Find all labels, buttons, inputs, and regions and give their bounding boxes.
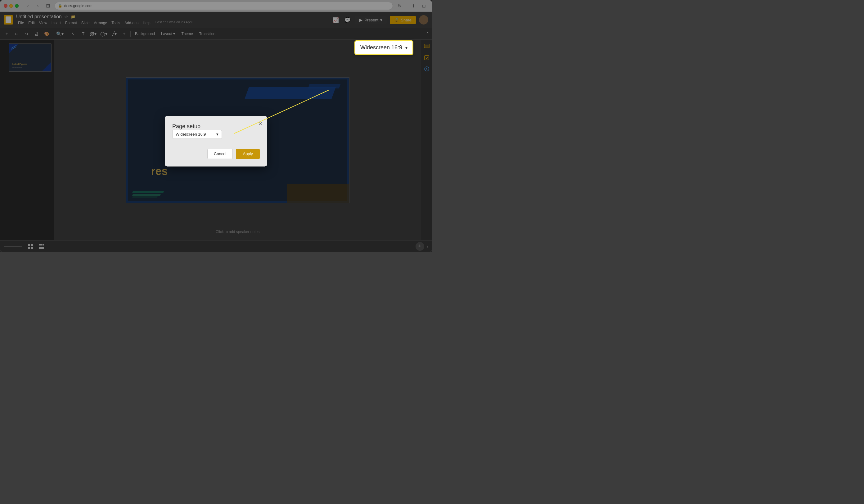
page-size-value: Widescreen 16:9 <box>176 132 206 136</box>
page-size-dropdown[interactable]: Widescreen 16:9 ▾ <box>172 130 222 139</box>
modal-title: Page setup <box>172 123 201 129</box>
modal-overlay: Widescreen 16:9 ▾ Page setup ✕ Widescree… <box>0 0 432 252</box>
modal-close-button[interactable]: ✕ <box>258 121 262 127</box>
annotation-tooltip-arrow: ▾ <box>405 45 407 50</box>
annotation-tooltip: Widescreen 16:9 ▾ <box>355 40 413 55</box>
apply-button[interactable]: Apply <box>236 149 260 159</box>
cancel-button[interactable]: Cancel <box>207 149 233 159</box>
page-size-arrow: ▾ <box>216 132 218 136</box>
annotation-tooltip-text: Widescreen 16:9 <box>360 44 402 51</box>
page-setup-dialog: Page setup ✕ Widescreen 16:9 ▾ Cancel Ap… <box>165 116 267 166</box>
modal-actions: Cancel Apply <box>172 149 260 159</box>
